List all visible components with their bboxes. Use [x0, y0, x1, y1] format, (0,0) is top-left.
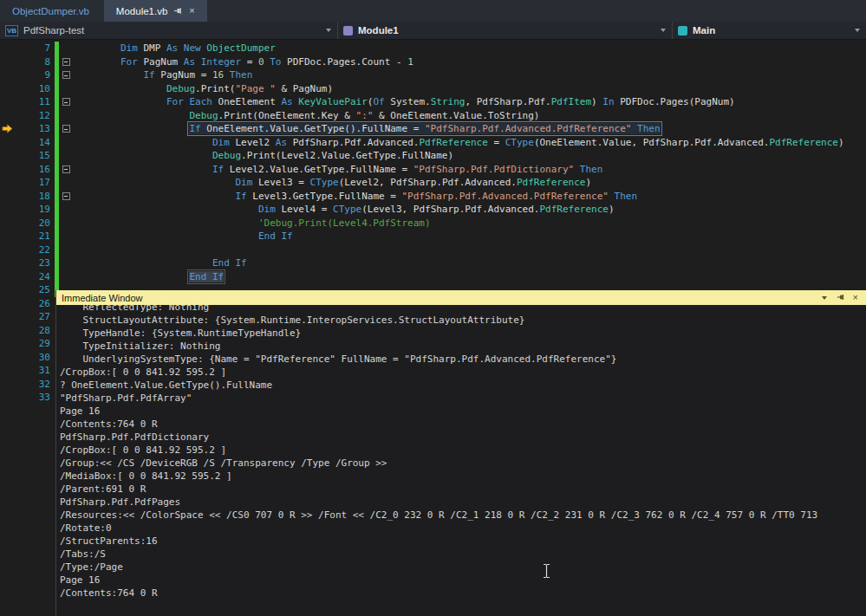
code-line-15[interactable]: 15 Debug.Print(Level2.Value.GetType.Full…	[0, 149, 866, 163]
code-line-12[interactable]: 12 Debug.Print(OneElement.Key & ":" & On…	[0, 109, 866, 123]
code-line-19[interactable]: 19 Dim Level4 = CType(Level3, PdfSharp.P…	[0, 203, 866, 217]
code-text[interactable]: End If	[73, 270, 224, 284]
pin-icon[interactable]	[173, 6, 183, 16]
code-line-10[interactable]: 10 Debug.Print("Page " & PagNum)	[0, 82, 866, 96]
breakpoint-margin[interactable]	[0, 364, 17, 378]
immediate-line[interactable]: Page 16	[60, 405, 866, 418]
breakpoint-margin[interactable]	[0, 283, 17, 297]
code-text[interactable]: Dim Level2 As PdfSharp.Pdf.Advanced.PdfR…	[73, 136, 844, 150]
immediate-line[interactable]: PdfSharp.Pdf.PdfPages	[60, 496, 866, 509]
code-text[interactable]: Debug.Print("Page " & PagNum)	[73, 82, 333, 96]
code-text[interactable]: If OneElement.Value.GetType().FullName =…	[73, 122, 661, 136]
code-line-20[interactable]: 20 'Debug.Print(Level4.PdfStream)	[0, 217, 866, 230]
immediate-line[interactable]: "PdfSharp.Pdf.PdfArray"	[60, 392, 866, 405]
code-text[interactable]: Dim Level3 = CType(Level2, PdfSharp.Pdf.…	[73, 176, 591, 190]
code-line-7[interactable]: 7 Dim DMP As New ObjectDumper	[0, 42, 866, 55]
immediate-line[interactable]: TypeInitializer: Nothing	[60, 340, 866, 353]
breakpoint-margin[interactable]	[0, 297, 17, 311]
breakpoint-margin[interactable]	[0, 351, 17, 365]
code-line-24[interactable]: 24 End If	[0, 270, 866, 284]
tab-module1-vb[interactable]: Module1.vb ×	[104, 0, 207, 22]
pin-icon[interactable]	[837, 293, 845, 303]
breakpoint-margin[interactable]	[0, 149, 17, 163]
breakpoint-margin[interactable]	[0, 256, 17, 270]
window-position-icon[interactable]	[821, 294, 829, 302]
code-text[interactable]: 'Debug.Print(Level4.PdfStream)	[73, 217, 431, 230]
close-icon[interactable]: ×	[189, 6, 194, 16]
immediate-line[interactable]: Page 16	[60, 574, 866, 587]
immediate-line[interactable]: PdfSharp.Pdf.PdfDictionary	[60, 431, 866, 444]
fold-toggle-icon[interactable]	[59, 95, 73, 109]
immediate-line[interactable]: ReflectedType: Nothing	[60, 305, 866, 314]
breakpoint-margin[interactable]	[0, 55, 17, 69]
immediate-line[interactable]: /Resources:<< /ColorSpace << /CS0 707 0 …	[60, 509, 866, 522]
code-line-8[interactable]: 8 For PagNum As Integer = 0 To PDFDoc.Pa…	[0, 55, 866, 69]
breakpoint-margin[interactable]	[0, 243, 17, 257]
breakpoint-margin[interactable]	[0, 95, 17, 109]
fold-toggle-icon[interactable]	[59, 163, 73, 177]
immediate-window-titlebar[interactable]: Immediate Window ×	[56, 290, 866, 305]
immediate-line[interactable]: /Tabs:/S	[60, 548, 866, 561]
immediate-line[interactable]: /Parent:691 0 R	[60, 483, 866, 496]
code-text[interactable]: End If	[73, 230, 293, 243]
chevron-down-icon[interactable]	[324, 27, 332, 35]
immediate-line[interactable]: /CropBox:[ 0 0 841.92 595.2 ]	[60, 366, 866, 379]
code-text[interactable]	[73, 243, 75, 257]
immediate-line[interactable]: /StructParents:16	[60, 535, 866, 548]
breakpoint-margin[interactable]	[0, 42, 17, 55]
fold-toggle-icon[interactable]	[59, 190, 73, 204]
code-text[interactable]: Dim DMP As New ObjectDumper	[73, 42, 276, 55]
code-line-9[interactable]: 9 If PagNum = 16 Then	[0, 68, 866, 82]
code-line-11[interactable]: 11 For Each OneElement As KeyValuePair(O…	[0, 95, 866, 109]
code-line-16[interactable]: 16 If Level2.Value.GetType.FullName = "P…	[0, 163, 866, 177]
chevron-down-icon[interactable]	[853, 27, 861, 35]
breakpoint-margin[interactable]	[0, 217, 17, 230]
code-line-21[interactable]: 21 End If	[0, 230, 866, 243]
close-icon[interactable]: ×	[853, 293, 858, 302]
breakpoint-margin[interactable]	[0, 82, 17, 96]
immediate-line[interactable]: /Group:<< /CS /DeviceRGB /S /Transparenc…	[60, 457, 866, 470]
immediate-line[interactable]: /Rotate:0	[60, 522, 866, 535]
immediate-line[interactable]: StructLayoutAttribute: {System.Runtime.I…	[60, 314, 866, 327]
breakpoint-margin[interactable]	[0, 176, 17, 190]
immediate-line[interactable]: ? OneElement.Value.GetType().FullName	[60, 379, 866, 392]
code-text[interactable]: Debug.Print(OneElement.Key & ":" & OneEl…	[73, 109, 539, 123]
current-statement-arrow-icon[interactable]	[0, 122, 17, 136]
immediate-line[interactable]: /CropBox:[ 0 0 841.92 595.2 ]	[60, 444, 866, 457]
code-text[interactable]: If Level2.Value.GetType.FullName = "PdfS…	[73, 163, 602, 177]
immediate-line[interactable]: /Contents:764 0 R	[60, 418, 866, 431]
immediate-line[interactable]: /MediaBox:[ 0 0 841.92 595.2 ]	[60, 470, 866, 483]
code-line-22[interactable]: 22	[0, 243, 866, 257]
breakpoint-margin[interactable]	[0, 230, 17, 243]
code-text[interactable]: End If	[73, 256, 247, 270]
immediate-line[interactable]: /Contents:764 0 R	[60, 587, 866, 600]
breakpoint-margin[interactable]	[0, 109, 17, 123]
immediate-line[interactable]: TypeHandle: {System.RuntimeTypeHandle}	[60, 327, 866, 340]
breakpoint-margin[interactable]	[0, 270, 17, 284]
code-text[interactable]: If Level3.GetType.FullName = "PdfSharp.P…	[73, 190, 637, 204]
code-line-17[interactable]: 17 Dim Level3 = CType(Level2, PdfSharp.P…	[0, 176, 866, 190]
breakpoint-margin[interactable]	[0, 310, 17, 324]
code-text[interactable]: Debug.Print(Level2.Value.GetType.FullNam…	[73, 149, 453, 163]
breakpoint-margin[interactable]	[0, 136, 17, 150]
immediate-line[interactable]: /Type:/Page	[60, 561, 866, 574]
immediate-window-body[interactable]: ReflectedType: Nothing StructLayoutAttri…	[56, 305, 866, 616]
fold-toggle-icon[interactable]	[59, 68, 73, 82]
fold-toggle-icon[interactable]	[59, 55, 73, 69]
code-line-23[interactable]: 23 End If	[0, 256, 866, 270]
fold-toggle-icon[interactable]	[59, 122, 73, 136]
code-text[interactable]: For Each OneElement As KeyValuePair(Of S…	[73, 95, 735, 109]
breakpoint-margin[interactable]	[0, 391, 17, 405]
breakpoint-margin[interactable]	[0, 337, 17, 351]
code-text[interactable]: For PagNum As Integer = 0 To PDFDoc.Page…	[73, 55, 413, 69]
chevron-down-icon[interactable]	[659, 27, 667, 35]
breakpoint-margin[interactable]	[0, 163, 17, 177]
breakpoint-margin[interactable]	[0, 203, 17, 217]
breakpoint-margin[interactable]	[0, 190, 17, 204]
code-text[interactable]: Dim Level4 = CType(Level3, PdfSharp.Pdf.…	[73, 203, 615, 217]
breakpoint-margin[interactable]	[0, 68, 17, 82]
breakpoint-margin[interactable]	[0, 324, 17, 338]
code-line-18[interactable]: 18 If Level3.GetType.FullName = "PdfShar…	[0, 190, 866, 204]
member-dropdown[interactable]: Main	[673, 22, 866, 39]
immediate-line[interactable]: UnderlyingSystemType: {Name = "PdfRefere…	[60, 353, 866, 366]
